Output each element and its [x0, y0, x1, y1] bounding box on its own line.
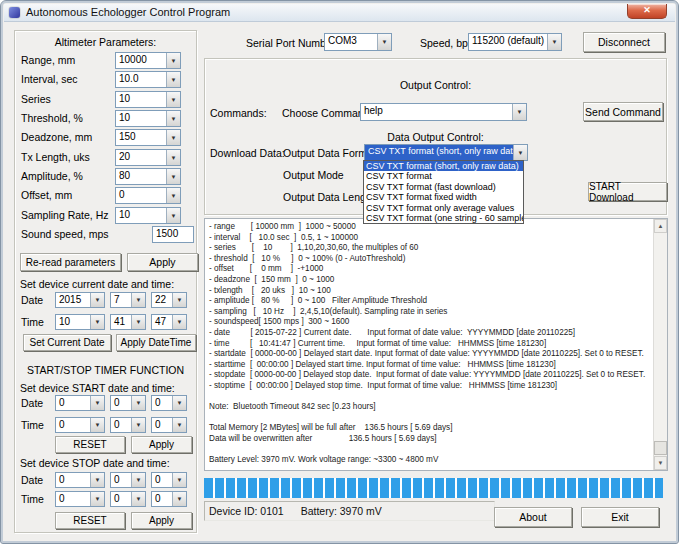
chevron-down-icon: ▼	[131, 473, 145, 487]
start-reset-button[interactable]: RESET	[55, 436, 125, 453]
app-icon	[9, 7, 20, 18]
sampling-rate-value: 10	[116, 208, 166, 223]
second-value: 47	[152, 315, 172, 329]
altimeter-panel-title: Altimeter Parameters:	[15, 36, 196, 48]
console-output[interactable]: - range [ 10000 mm ] 1000 ~ 50000 - inte…	[204, 218, 668, 471]
chevron-down-icon: ▼	[131, 418, 145, 432]
chevron-down-icon: ▼	[166, 130, 180, 145]
start-date-year-select[interactable]: 0▼	[55, 395, 105, 411]
value: 0	[111, 473, 131, 487]
exit-button[interactable]: Exit	[581, 507, 659, 527]
start-time-hour-select[interactable]: 0▼	[55, 417, 105, 433]
set-stop-datetime-label: Set device STOP date and time:	[20, 457, 170, 469]
start-download-button[interactable]: START Download	[588, 182, 667, 201]
scrollbar-thumb[interactable]	[654, 441, 667, 455]
console-text: - range [ 10000 mm ] 1000 ~ 50000 - inte…	[209, 222, 651, 466]
timer-function-title: START/STOP TIMER FUNCTION	[15, 364, 196, 376]
about-button[interactable]: About	[494, 507, 572, 527]
output-data-length-label: Output Data Length	[283, 191, 375, 203]
scroll-up-button[interactable]: ▲	[654, 219, 667, 233]
chevron-down-icon: ▼	[166, 188, 180, 203]
chevron-down-icon: ▼	[90, 293, 104, 307]
apply-datetime-button[interactable]: Apply DateTime	[116, 334, 196, 351]
stop-date-month-select[interactable]: 0▼	[110, 472, 146, 488]
stop-time-second-select[interactable]: 0▼	[151, 491, 187, 507]
reread-parameters-button[interactable]: Re-read parameters	[20, 253, 121, 271]
current-date-year-select[interactable]: 2015▼	[55, 292, 105, 308]
scroll-down-icon: ▼	[658, 460, 664, 466]
command-select[interactable]: help▼	[360, 103, 527, 121]
close-icon: ✕	[643, 5, 651, 15]
txlength-select[interactable]: 20▼	[115, 149, 181, 166]
serial-port-label: Serial Port Number	[246, 37, 335, 49]
current-time-hour-select[interactable]: 10▼	[55, 314, 105, 330]
format-option[interactable]: CSV TXT format (short, only raw data)	[364, 161, 523, 171]
start-time-second-select[interactable]: 0▼	[151, 417, 187, 433]
stop-time-hour-select[interactable]: 0▼	[55, 491, 105, 507]
download-data-label: Download Data:	[210, 147, 285, 159]
format-option[interactable]: CSV TXT format fixed width	[364, 192, 523, 202]
scroll-up-icon: ▲	[658, 223, 664, 229]
offset-select[interactable]: 0▼	[115, 187, 181, 204]
apply-parameters-button[interactable]: Apply	[127, 253, 198, 271]
current-date-month-select[interactable]: 7▼	[110, 292, 146, 308]
app-window: Autonomous Echologger Control Program ✕ …	[0, 0, 679, 544]
sampling-rate-select[interactable]: 10▼	[115, 207, 181, 224]
chevron-down-icon: ▼	[166, 111, 180, 126]
output-data-format-select[interactable]: CSV TXT format (short, only raw data)▼	[364, 144, 528, 161]
battery-text: Battery: 3970 mV	[301, 505, 382, 517]
amplitude-select[interactable]: 80▼	[115, 168, 181, 185]
start-date-month-select[interactable]: 0▼	[110, 395, 146, 411]
threshold-select[interactable]: 10▼	[115, 110, 181, 127]
chevron-down-icon: ▼	[166, 208, 180, 223]
current-date-day-select[interactable]: 22▼	[151, 292, 187, 308]
series-value: 10	[116, 92, 166, 107]
current-time-minute-select[interactable]: 41▼	[110, 314, 146, 330]
speed-select[interactable]: 115200 (default)▼	[468, 33, 562, 51]
disconnect-button[interactable]: Disconnect	[583, 32, 665, 52]
serial-port-select[interactable]: COM3▼	[324, 33, 392, 51]
chevron-down-icon: ▼	[513, 145, 527, 160]
console-scrollbar[interactable]: ▲ ▼	[653, 219, 667, 470]
progress-fill	[204, 478, 663, 498]
chevron-down-icon: ▼	[172, 315, 186, 329]
send-command-button[interactable]: Send Command	[583, 102, 663, 121]
stop-date-day-select[interactable]: 0▼	[151, 472, 187, 488]
interval-select[interactable]: 10.0▼	[115, 71, 181, 88]
stop-date-year-select[interactable]: 0▼	[55, 472, 105, 488]
set-current-date-button[interactable]: Set Current Date	[23, 334, 111, 351]
window-title: Autonomous Echologger Control Program	[26, 6, 230, 18]
stop-reset-button[interactable]: RESET	[55, 512, 125, 529]
amplitude-value: 80	[116, 169, 166, 184]
format-value: CSV TXT format (short, only raw data)	[365, 145, 513, 160]
output-data-format-label: Output Data Format	[283, 147, 376, 159]
format-option[interactable]: CSV TXT format only average values	[364, 203, 523, 213]
series-select[interactable]: 10▼	[115, 91, 181, 108]
close-button[interactable]: ✕	[627, 4, 667, 19]
start-apply-button[interactable]: Apply	[131, 436, 192, 453]
amplitude-label: Amplitude, %	[21, 170, 83, 182]
format-option[interactable]: CSV TXT format	[364, 171, 523, 181]
title-bar: Autonomous Echologger Control Program ✕	[4, 4, 675, 22]
format-options-list: CSV TXT format (short, only raw data) CS…	[363, 160, 524, 224]
chevron-down-icon: ▼	[166, 169, 180, 184]
sound-speed-input[interactable]: 1500	[152, 226, 194, 243]
month-value: 7	[111, 293, 131, 307]
choose-command-label: Choose Command	[282, 107, 370, 119]
stop-apply-button[interactable]: Apply	[131, 512, 192, 529]
format-option[interactable]: CSV TXT format (one string - 60 samples)	[364, 213, 523, 223]
stop-time-minute-select[interactable]: 0▼	[110, 491, 146, 507]
start-time-minute-select[interactable]: 0▼	[110, 417, 146, 433]
scroll-down-button[interactable]: ▼	[654, 456, 667, 470]
stop-date-label: Date	[21, 474, 43, 486]
deadzone-select[interactable]: 150▼	[115, 129, 181, 146]
range-select[interactable]: 10000▼	[115, 52, 181, 69]
format-option[interactable]: CSV TXT format (fast download)	[364, 182, 523, 192]
altimeter-panel: Altimeter Parameters: Range, mm 10000▼ I…	[14, 30, 197, 533]
start-date-day-select[interactable]: 0▼	[151, 395, 187, 411]
offset-value: 0	[116, 188, 166, 203]
stop-time-label: Time	[21, 493, 44, 505]
value: 0	[56, 418, 90, 432]
txlength-value: 20	[116, 150, 166, 165]
current-time-second-select[interactable]: 47▼	[151, 314, 187, 330]
